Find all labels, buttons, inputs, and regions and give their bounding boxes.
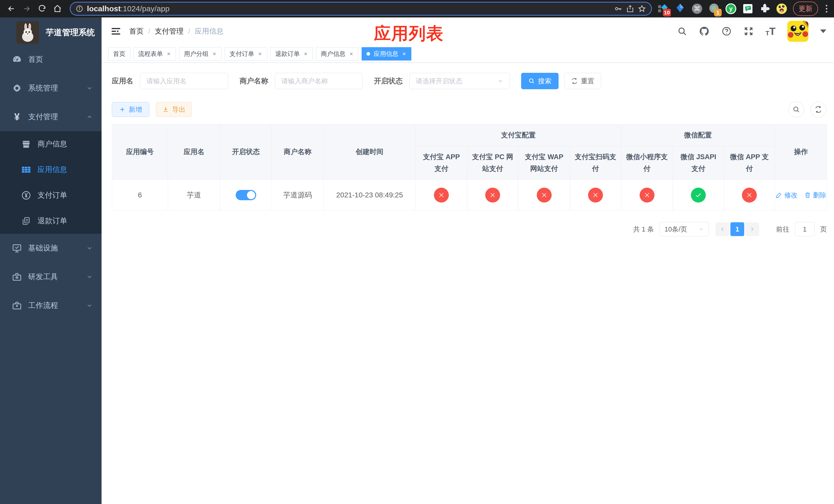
site-info-icon[interactable] [76,5,83,13]
cell-created: 2021-10-23 08:49:25 [324,180,416,211]
sidebar-item-infrastructure[interactable]: 基础设施 [0,234,102,262]
export-button[interactable]: 导出 [156,102,192,117]
pagination-total: 共 1 条 [633,225,654,234]
password-key-icon[interactable] [614,5,622,13]
placeholder-text: 请选择开启状态 [416,77,462,86]
goto-page-input[interactable] [795,222,814,236]
extension-chat-icon[interactable] [742,3,753,14]
browser-back-button[interactable] [5,2,18,15]
app-header: 首页 支付管理 应用信息 应用列表 TT [102,18,834,45]
tag-tab-process-form[interactable]: 流程表单 [133,47,176,61]
page-annotation-title: 应用列表 [374,22,444,45]
close-icon[interactable] [212,51,217,56]
status-off-icon [588,188,603,203]
cell-alipay-app [416,180,467,211]
sidebar-item-system[interactable]: 系统管理 [0,74,102,102]
tab-label: 退款订单 [275,50,300,58]
next-page-button[interactable] [745,222,759,236]
app-name-input[interactable]: 请输入应用名 [140,73,228,89]
url-host: localhost [87,4,121,13]
breadcrumb-payment[interactable]: 支付管理 [155,26,195,36]
browser-menu-icon[interactable] [824,5,829,13]
page-unit-label: 页 [820,225,827,234]
merchant-name-input[interactable]: 请输入商户名称 [275,73,363,89]
browser-forward-button[interactable] [20,2,33,15]
browser-home-button[interactable] [51,2,64,15]
sidebar-item-refund-orders[interactable]: 退款订单 [0,208,102,234]
app-name-label: 应用名 [112,76,133,86]
extension-y-icon[interactable]: y [725,3,737,14]
close-icon[interactable] [303,51,308,56]
chevron-up-icon [86,114,93,120]
app-logo-row[interactable]: 芋道管理系统 [0,18,102,45]
refresh-table-button[interactable] [810,101,826,117]
user-avatar-pikachu[interactable] [787,21,808,42]
search-button[interactable]: 搜索 [521,73,558,89]
sidebar-item-app-info[interactable]: 应用信息 [0,157,102,183]
status-label: 开启状态 [374,76,403,86]
chevron-down-icon [698,226,704,232]
url-text: localhost:1024/pay/app [87,4,170,13]
tag-tab-merchant-info[interactable]: 商户信息 [316,47,358,61]
close-icon[interactable] [349,51,354,56]
extension-recorder-icon[interactable]: 1 [708,3,720,14]
breadcrumb-home[interactable]: 首页 [129,26,155,36]
close-icon[interactable] [167,51,171,56]
extension-command-icon[interactable]: ⌘ [692,3,703,14]
sidebar-item-label: 退款订单 [38,216,93,226]
storefront-icon [21,139,32,149]
browser-reload-button[interactable] [36,2,49,15]
chevron-down-icon [86,245,93,251]
sidebar-item-merchant-info[interactable]: 商户信息 [0,131,102,157]
fullscreen-icon[interactable] [744,26,754,37]
col-header-wx-jsapi: 微信 JSAPI 支付 [673,146,724,180]
tag-tab-app-info[interactable]: 应用信息 [361,47,411,61]
tag-tab-user-group[interactable]: 用户分组 [179,47,222,61]
sidebar-item-workflow[interactable]: 工作流程 [0,291,102,320]
cell-merchant: 芋道源码 [272,180,324,211]
page-size-value: 10条/页 [664,225,687,234]
profile-smiley-avatar[interactable] [776,3,787,14]
extension-tanuki-icon[interactable]: 10 [658,3,669,14]
github-icon[interactable] [699,26,710,37]
font-size-icon[interactable]: TT [766,26,775,37]
tag-tab-refund-orders[interactable]: 退款订单 [270,47,313,61]
sidebar-item-pay-orders[interactable]: 支付订单 [0,183,102,208]
page-size-select[interactable]: 10条/页 [660,222,709,236]
sidebar-item-home[interactable]: 首页 [0,45,102,74]
col-header-actions: 操作 [775,124,827,180]
tab-label: 首页 [113,50,126,58]
sidebar-collapse-icon[interactable] [109,25,123,38]
edit-link[interactable]: 修改 [775,191,797,200]
status-toggle[interactable] [236,190,256,200]
user-menu-caret-icon[interactable] [820,29,826,33]
sidebar-item-label: 商户信息 [38,139,93,149]
delete-link[interactable]: 删除 [804,191,826,200]
bookmark-star-icon[interactable] [638,5,646,13]
chevron-down-icon [497,78,503,84]
sidebar-item-dev-tools[interactable]: 研发工具 [0,262,102,291]
reset-button[interactable]: 重置 [564,73,601,89]
yen-icon: ¥ [11,112,23,122]
tag-tab-pay-orders[interactable]: 支付订单 [225,47,267,61]
cell-wx-app [724,180,775,211]
col-header-alipay-app: 支付宝 APP 支付 [416,146,467,180]
prev-page-button[interactable] [716,222,729,236]
share-icon[interactable] [626,5,634,13]
browser-update-button[interactable]: 更新 [793,2,818,16]
extensions-puzzle-icon[interactable] [759,3,770,14]
close-icon[interactable] [258,51,262,56]
page-number-button[interactable]: 1 [730,222,744,236]
sidebar-item-payment[interactable]: ¥ 支付管理 [0,102,102,131]
add-button[interactable]: 新增 [112,102,149,117]
close-icon[interactable] [402,51,407,56]
sidebar-item-label: 应用信息 [38,165,93,175]
toggle-search-button[interactable] [788,101,804,117]
tag-tab-home[interactable]: 首页 [108,47,130,61]
search-icon[interactable] [677,26,687,36]
status-select[interactable]: 请选择开启状态 [409,73,510,89]
document-copy-icon [21,216,32,226]
help-icon[interactable] [721,26,732,37]
extension-kite-icon[interactable] [675,3,686,14]
address-bar[interactable]: localhost:1024/pay/app [70,2,652,16]
